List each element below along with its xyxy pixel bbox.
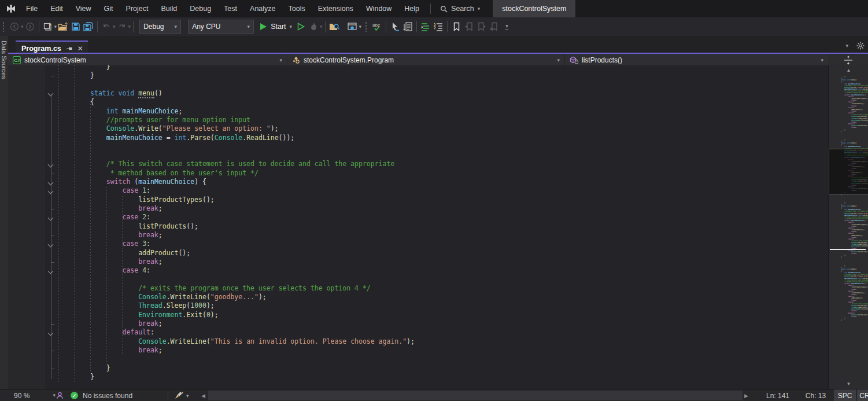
line-indicator[interactable]: Ln: 141: [758, 389, 798, 401]
code-line[interactable]: addProduct();: [42, 249, 415, 257]
code-line[interactable]: Console.WriteLine("goodbye...");: [42, 293, 415, 301]
code-line[interactable]: default:: [42, 328, 415, 337]
zoom-select[interactable]: 90 % ▾: [10, 389, 59, 401]
code-line[interactable]: break;: [42, 346, 415, 355]
editor-settings-gear-icon[interactable]: [856, 42, 865, 50]
code-line[interactable]: }: [42, 364, 415, 373]
pin-tab-icon[interactable]: [66, 45, 73, 52]
minimap-viewport[interactable]: [829, 149, 868, 194]
redo-caret-icon[interactable]: ▾: [128, 24, 131, 30]
document-health-indicator[interactable]: ✓ No issues found: [71, 389, 132, 401]
navigate-home-caret-icon[interactable]: ▾: [359, 24, 362, 30]
code-line[interactable]: {: [42, 98, 415, 106]
indent-mode-indicator[interactable]: SPC: [834, 389, 856, 401]
code-line[interactable]: [42, 275, 415, 284]
solution-configuration-select[interactable]: Debug▾: [139, 20, 181, 34]
line-ending-indicator[interactable]: CRLF: [857, 389, 868, 401]
code-line[interactable]: listProductTypes();: [42, 196, 415, 204]
member-dropdown[interactable]: listProducts() ▾: [565, 54, 828, 67]
horizontal-scrollbar[interactable]: [208, 391, 743, 400]
redo-button[interactable]: [116, 20, 128, 34]
code-line[interactable]: Console.Write("Please select an option: …: [42, 124, 415, 133]
code-line[interactable]: static void menu(): [42, 89, 415, 98]
code-line[interactable]: [42, 355, 415, 363]
code-editor[interactable]: } } static void menu() { int mainMenuCho…: [8, 65, 828, 389]
project-dropdown[interactable]: C# stockControlSystem ▾: [8, 54, 287, 67]
toolbar-overflow-button[interactable]: ▾: [505, 24, 508, 30]
toggle-bookmark-button[interactable]: [450, 20, 463, 34]
clear-bookmarks-button[interactable]: [488, 20, 501, 34]
navigate-forward-button[interactable]: [24, 20, 36, 34]
navigate-back-button[interactable]: [8, 20, 21, 34]
code-line[interactable]: case 2:: [42, 213, 415, 222]
scroll-down-icon[interactable]: ▼: [829, 381, 868, 387]
document-outline-button[interactable]: [401, 20, 414, 34]
toolbar-grip[interactable]: [365, 21, 367, 32]
minimap-scrollbar[interactable]: ▲ } } static void menu() { int mainMenuC…: [828, 65, 868, 389]
code-line[interactable]: Console.WriteLine("This is an invalid op…: [42, 337, 415, 346]
code-line[interactable]: [42, 151, 415, 160]
menu-help[interactable]: Help: [398, 5, 426, 13]
cursor-select-button[interactable]: [389, 20, 401, 34]
feedback-icon[interactable]: [56, 391, 64, 400]
menu-test[interactable]: Test: [217, 5, 243, 13]
code-line[interactable]: mainMenuChoice = int.Parse(Console.ReadL…: [42, 134, 415, 142]
save-button[interactable]: [69, 20, 82, 34]
code-line[interactable]: }: [42, 71, 415, 80]
menu-file[interactable]: File: [20, 5, 44, 13]
code-line[interactable]: Environment.Exit(0);: [42, 311, 415, 319]
menu-analyze[interactable]: Analyze: [243, 5, 282, 13]
code-line[interactable]: [42, 142, 415, 151]
code-line[interactable]: }: [42, 373, 415, 381]
code-line[interactable]: Thread.Sleep(1000);: [42, 301, 415, 310]
code-line[interactable]: break;: [42, 231, 415, 240]
code-line[interactable]: /* exits the program once the user selec…: [42, 284, 415, 293]
hot-reload-caret-icon[interactable]: ▾: [320, 24, 323, 30]
format-indent-button[interactable]: [419, 20, 432, 34]
close-tab-icon[interactable]: ✕: [77, 45, 83, 52]
code-cleanup-caret-icon[interactable]: ▾: [186, 393, 189, 399]
next-bookmark-button[interactable]: [475, 20, 488, 34]
code-line[interactable]: /* This switch case statement is used to…: [42, 160, 415, 168]
hscroll-left-button[interactable]: ◀: [201, 389, 205, 401]
code-line[interactable]: //prompts user for menu option input: [42, 116, 415, 124]
menu-debug[interactable]: Debug: [183, 5, 217, 13]
hscroll-right-button[interactable]: ▶: [744, 389, 748, 401]
split-editor-handle[interactable]: [828, 53, 868, 67]
code-text[interactable]: } } static void menu() { int mainMenuCho…: [42, 65, 415, 381]
hot-reload-button[interactable]: [307, 20, 320, 34]
format-selection-button[interactable]: [432, 20, 445, 34]
code-line[interactable]: [42, 80, 415, 89]
scroll-up-icon[interactable]: ▲: [829, 68, 868, 73]
type-dropdown[interactable]: stockControlSystem.Program ▾: [287, 54, 565, 67]
code-line[interactable]: case 1:: [42, 186, 415, 195]
previous-bookmark-button[interactable]: [463, 20, 475, 34]
start-without-debugging-button[interactable]: [294, 20, 307, 34]
menu-view[interactable]: View: [69, 5, 98, 13]
toolbar-grip[interactable]: [2, 21, 5, 32]
code-line[interactable]: int mainMenuChoice;: [42, 107, 415, 116]
open-file-button[interactable]: [57, 20, 69, 34]
code-line[interactable]: case 4:: [42, 266, 415, 275]
solution-name-badge[interactable]: stockControlSystem: [493, 0, 575, 17]
data-sources-side-tab[interactable]: Data Sources: [0, 36, 9, 389]
code-line[interactable]: }: [42, 65, 415, 71]
search-control[interactable]: Search ▾: [435, 5, 485, 13]
code-line[interactable]: listProducts();: [42, 222, 415, 231]
tab-list-caret-icon[interactable]: ▾: [845, 43, 848, 49]
menu-tools[interactable]: Tools: [282, 5, 312, 13]
code-line[interactable]: break;: [42, 204, 415, 213]
new-project-button[interactable]: [42, 20, 54, 34]
start-debugging-button[interactable]: Start ▾: [260, 23, 292, 31]
menu-edit[interactable]: Edit: [44, 5, 69, 13]
code-cleanup-button[interactable]: [175, 391, 184, 400]
find-in-files-button[interactable]: [328, 20, 341, 34]
menu-git[interactable]: Git: [98, 5, 120, 13]
spell-check-button[interactable]: abc: [371, 20, 383, 34]
column-indicator[interactable]: Ch: 13: [800, 389, 832, 401]
navigate-home-button[interactable]: [346, 20, 359, 34]
menu-window[interactable]: Window: [360, 5, 398, 13]
solution-platform-select[interactable]: Any CPU▾: [188, 20, 254, 34]
code-line[interactable]: * method based on the user's input */: [42, 169, 415, 178]
code-line[interactable]: case 3:: [42, 240, 415, 248]
